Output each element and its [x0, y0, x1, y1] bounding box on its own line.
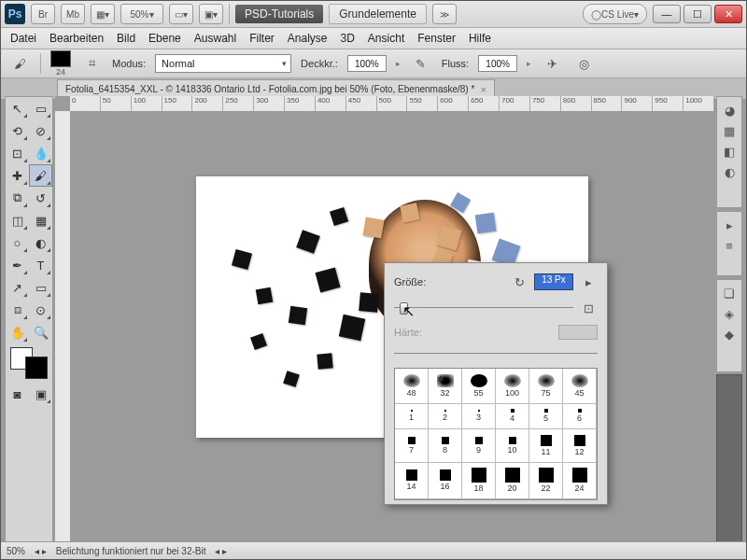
brush-preset[interactable]: 2	[429, 404, 462, 430]
type-tool[interactable]: T	[29, 254, 52, 276]
history-panel-icon[interactable]: ≡	[720, 236, 739, 255]
menu-bild[interactable]: Bild	[117, 32, 135, 45]
window-close-button[interactable]: ✕	[714, 5, 742, 23]
new-preset-icon[interactable]: ⊡	[579, 299, 598, 317]
menu-datei[interactable]: Datei	[10, 32, 36, 45]
marquee-tool[interactable]: ▭	[29, 97, 52, 119]
menu-analyse[interactable]: Analyse	[288, 32, 328, 45]
brush-preset[interactable]: 45	[563, 369, 597, 404]
move-tool[interactable]: ↖	[6, 97, 29, 119]
brush-preset[interactable]: 18	[462, 463, 496, 500]
size-input[interactable]: 13 Px	[534, 273, 573, 290]
flow-input[interactable]: 100%	[478, 55, 517, 72]
brush-preset[interactable]: 8	[429, 429, 462, 463]
quickmask-tool[interactable]: ◙	[6, 383, 29, 405]
brush-preset[interactable]: ✱32	[429, 369, 462, 404]
brush-preset[interactable]: 1	[395, 404, 429, 430]
actions-panel-icon[interactable]: ▸	[720, 216, 739, 234]
brush-preset[interactable]: 100	[496, 369, 529, 404]
heal-tool[interactable]: ✚	[6, 164, 29, 187]
menu-3d[interactable]: 3D	[341, 32, 355, 45]
zoom-dropdown[interactable]: 50% ▾	[120, 4, 163, 24]
paths-panel-icon[interactable]: ◆	[720, 325, 739, 343]
brush-preview[interactable]	[50, 50, 71, 67]
size-slider[interactable]	[394, 301, 573, 315]
window-minimize-button[interactable]: —	[653, 5, 681, 23]
window-maximize-button[interactable]: ☐	[684, 5, 712, 23]
tablet-pressure-icon[interactable]: ◎	[572, 52, 595, 75]
history-brush-tool[interactable]: ↺	[29, 187, 52, 209]
menu-ebene[interactable]: Ebene	[148, 32, 181, 45]
swatches-panel-icon[interactable]: ▦	[720, 121, 739, 140]
brush-preset[interactable]: 11	[529, 429, 563, 463]
stamp-tool[interactable]: ⧉	[6, 187, 29, 209]
mode-dropdown[interactable]: Normal	[155, 54, 291, 73]
adjustments-panel-icon[interactable]: ◐	[720, 162, 739, 181]
brush-preset[interactable]: 24	[563, 463, 597, 500]
opacity-pressure-icon[interactable]: ✎	[410, 52, 432, 75]
hand-tool[interactable]: ✋	[6, 321, 29, 343]
3d-tool[interactable]: ⧈	[6, 299, 29, 321]
view-extras-button[interactable]: ▦▾	[91, 4, 115, 24]
blur-tool[interactable]: ○	[6, 231, 29, 254]
workspace-tab-grundelemente[interactable]: Grundelemente	[329, 4, 427, 24]
brush-preset[interactable]: 12	[563, 429, 597, 463]
status-zoom[interactable]: 50%	[7, 546, 25, 556]
brush-preset[interactable]: 5	[529, 404, 563, 430]
brush-preset[interactable]: 55	[462, 369, 496, 404]
brush-preset[interactable]: 3	[462, 404, 496, 430]
gradient-tool[interactable]: ▦	[29, 209, 52, 231]
styles-panel-icon[interactable]: ◧	[720, 142, 739, 161]
color-swatches[interactable]	[10, 347, 48, 379]
hardness-slider[interactable]	[394, 347, 598, 360]
screenmode-button[interactable]: ▣▾	[199, 4, 223, 24]
screenmode-tool[interactable]: ▣	[29, 383, 52, 405]
brush-preset[interactable]: 20	[496, 463, 529, 500]
ruler-horizontal[interactable]: 0501001502002503003504004505005506006507…	[70, 96, 714, 112]
lasso-tool[interactable]: ⟲	[6, 119, 29, 142]
menu-bearbeiten[interactable]: Bearbeiten	[49, 32, 104, 45]
menu-auswahl[interactable]: Auswahl	[194, 32, 236, 45]
layers-panel-icon[interactable]: ❏	[720, 284, 739, 302]
brush-preset[interactable]: 7	[395, 429, 429, 463]
workspace-tab-psdtutorials[interactable]: PSD-Tutorials	[235, 5, 323, 23]
bridge-button[interactable]: Br	[31, 4, 55, 24]
brush-tool[interactable]: 🖌	[29, 164, 52, 187]
3dcamera-tool[interactable]: ⊙	[29, 299, 52, 321]
brush-preset[interactable]: 10	[496, 429, 529, 463]
brush-panel-toggle[interactable]: ⌗	[80, 52, 103, 75]
minibridge-button[interactable]: Mb	[61, 4, 85, 24]
menu-hilfe[interactable]: Hilfe	[469, 32, 491, 45]
menu-ansicht[interactable]: Ansicht	[368, 32, 404, 45]
popup-menu-icon[interactable]: ▸	[579, 273, 598, 291]
workspace-more-button[interactable]: ≫	[432, 4, 457, 24]
close-document-icon[interactable]: ×	[480, 84, 486, 95]
dodge-tool[interactable]: ◐	[29, 231, 52, 254]
brush-preset[interactable]: 16	[429, 463, 462, 500]
zoom-tool[interactable]: 🔍	[29, 321, 52, 343]
path-tool[interactable]: ↗	[6, 276, 29, 299]
cslive-button[interactable]: ◯ CS Live ▾	[583, 4, 647, 24]
brush-preset[interactable]: 22	[529, 463, 563, 500]
reset-icon[interactable]: ↻	[510, 273, 529, 291]
opacity-input[interactable]: 100%	[347, 55, 387, 72]
brush-preset[interactable]: 14	[395, 463, 429, 500]
channels-panel-icon[interactable]: ◈	[720, 304, 739, 323]
brush-tool-icon[interactable]: 🖌	[8, 52, 31, 75]
brush-preset[interactable]: 9	[462, 429, 496, 463]
menu-fenster[interactable]: Fenster	[417, 32, 456, 45]
brush-preset[interactable]: 48	[395, 369, 429, 404]
ruler-vertical[interactable]	[55, 111, 71, 542]
color-panel-icon[interactable]: ◕	[720, 101, 739, 119]
pen-tool[interactable]: ✒	[6, 254, 29, 276]
brush-preset[interactable]: 75	[529, 369, 563, 404]
eraser-tool[interactable]: ◫	[6, 209, 29, 231]
arrange-button[interactable]: ▭▾	[169, 4, 193, 24]
quickselect-tool[interactable]: ⊘	[29, 119, 52, 142]
brush-preset[interactable]: 4	[496, 404, 529, 430]
airbrush-icon[interactable]: ✈	[541, 52, 563, 75]
menu-filter[interactable]: Filter	[249, 32, 275, 45]
eyedropper-tool[interactable]: 💧	[29, 142, 52, 164]
shape-tool[interactable]: ▭	[29, 276, 52, 299]
crop-tool[interactable]: ⊡	[6, 142, 29, 164]
